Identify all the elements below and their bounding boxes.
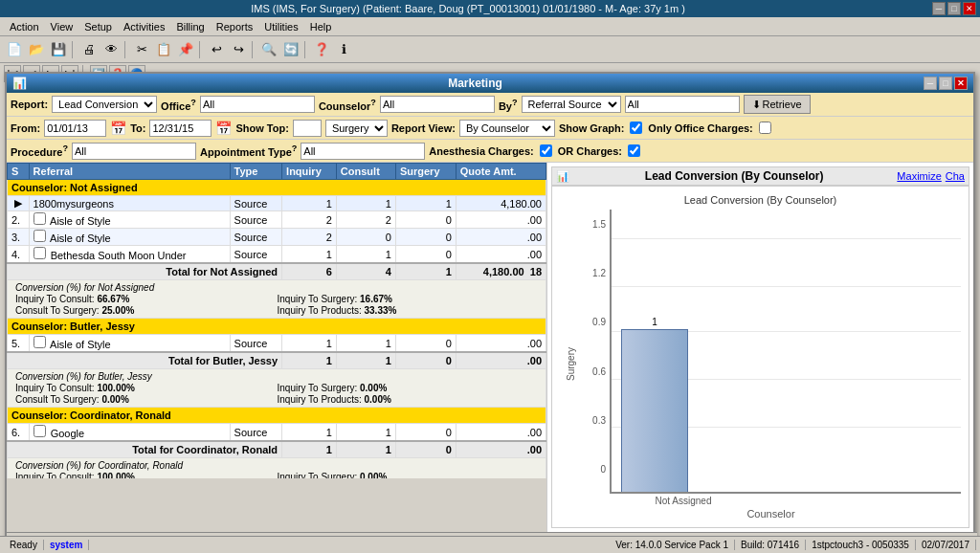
menu-action[interactable]: Action — [4, 20, 45, 33]
cell-num: 6. — [8, 424, 30, 442]
specialty-combo[interactable]: Surgery — [325, 120, 388, 137]
menu-setup[interactable]: Setup — [78, 20, 118, 33]
cell-referral: Bethesda South Moon Under — [29, 246, 230, 264]
procedure-input[interactable] — [72, 143, 196, 160]
y-label-0.6: 0.6 — [592, 366, 606, 377]
help-btn[interactable]: ❓ — [311, 39, 332, 60]
maximize-btn[interactable]: □ — [947, 2, 961, 15]
total-label-butler: Total for Butler, Jessy — [8, 352, 282, 369]
menu-view[interactable]: View — [45, 20, 79, 33]
anesthesia-checkbox[interactable] — [540, 144, 552, 157]
marketing-window: 📊 Marketing ─ □ ✕ Report: Lead Conversio… — [5, 72, 975, 541]
mkt-titlebar: 📊 Marketing ─ □ ✕ — [7, 74, 973, 93]
y-axis-title: Surgery — [566, 347, 576, 381]
cha-link[interactable]: Cha — [946, 170, 965, 182]
cell-quote: .00 — [456, 335, 546, 353]
total-inquiry: 6 — [282, 263, 337, 280]
cell-consult: 0 — [336, 229, 395, 246]
its-label: Inquiry To Surgery: — [278, 383, 358, 393]
cell-quote: .00 — [456, 211, 546, 229]
to-label: To: — [130, 122, 145, 134]
row-checkbox[interactable] — [33, 230, 46, 242]
open-btn[interactable]: 📂 — [26, 39, 47, 60]
retrieve-btn[interactable]: ⬇ Retrieve — [744, 95, 811, 114]
menu-help[interactable]: Help — [304, 20, 338, 33]
only-office-charges-checkbox[interactable] — [759, 122, 771, 134]
preview-btn[interactable]: 👁 — [100, 39, 122, 60]
menu-billing[interactable]: Billing — [170, 20, 210, 33]
report-combo[interactable]: Lead Conversion — [52, 96, 157, 113]
cell-consult: 1 — [336, 246, 395, 264]
show-top-input[interactable] — [293, 120, 322, 137]
about-btn[interactable]: ℹ — [333, 39, 354, 60]
by-combo[interactable]: Referral Source — [522, 96, 621, 113]
copy-btn[interactable]: 📋 — [153, 39, 174, 60]
itp-val: 0.00% — [364, 394, 390, 405]
mkt-maximize-btn[interactable]: □ — [939, 77, 952, 90]
cell-type: Source — [230, 229, 282, 246]
redo-btn[interactable]: ↪ — [228, 39, 249, 60]
table-row[interactable]: 3. Aisle of Style Source 2 0 0 .00 — [8, 229, 546, 246]
show-top-label: Show Top: — [235, 122, 288, 134]
conv-label: Conversion (%) for Coordinator, Ronald — [15, 460, 183, 471]
table-row[interactable]: ▶ 1800mysurgeons Source 1 1 1 4,180.00 — [8, 196, 546, 211]
col-quote-amt: Quote Amt. — [456, 164, 546, 180]
itc-val: 100.00% — [97, 472, 134, 478]
print-toolbar-btn[interactable]: 🖨 — [78, 39, 100, 60]
close-btn[interactable]: ✕ — [963, 2, 976, 15]
save-toolbar-btn[interactable]: 💾 — [48, 39, 69, 60]
cell-inquiry: 1 — [282, 424, 337, 442]
cell-quote: .00 — [456, 246, 546, 264]
from-calendar-icon[interactable]: 📅 — [110, 121, 126, 136]
counselor-input[interactable] — [380, 96, 495, 113]
or-charges-checkbox[interactable] — [628, 144, 640, 157]
report-view-combo[interactable]: By Counselor — [459, 120, 555, 137]
row-checkbox[interactable] — [33, 247, 46, 259]
total-row-not-assigned: Total for Not Assigned 6 4 1 4,180.00 18 — [8, 263, 546, 280]
from-input[interactable] — [44, 120, 106, 137]
cell-expand[interactable]: ▶ — [8, 196, 30, 211]
row-checkbox[interactable] — [33, 212, 46, 225]
appt-type-input[interactable] — [301, 143, 425, 160]
search-btn[interactable]: 🔍 — [258, 39, 279, 60]
paste-btn[interactable]: 📌 — [175, 39, 196, 60]
to-input[interactable] — [149, 120, 212, 137]
row-checkbox[interactable] — [33, 336, 46, 348]
y-label-1.2: 1.2 — [592, 268, 606, 278]
table-row[interactable]: 4. Bethesda South Moon Under Source 1 1 … — [8, 246, 546, 264]
chart-controls: Maximize Cha — [897, 170, 965, 182]
maximize-link[interactable]: Maximize — [897, 170, 941, 182]
minimize-btn[interactable]: ─ — [932, 2, 946, 15]
row-checkbox[interactable] — [33, 425, 46, 437]
x-axis-title: Counselor — [581, 508, 961, 520]
x-axis-labels: Not Assigned — [581, 496, 961, 506]
refresh-btn[interactable]: 🔄 — [280, 39, 301, 60]
office-input[interactable] — [200, 96, 315, 113]
by-right-input[interactable] — [625, 96, 740, 113]
col-s: S — [8, 164, 30, 180]
menu-activities[interactable]: Activities — [118, 20, 170, 33]
only-office-charges-label: Only Office Charges: — [648, 122, 752, 134]
conversion-row-coordinator: Conversion (%) for Coordinator, Ronald I… — [8, 458, 546, 479]
table-row[interactable]: 2. Aisle of Style Source 2 2 0 .00 — [8, 211, 546, 229]
menu-utilities[interactable]: Utilities — [258, 20, 303, 33]
to-calendar-icon[interactable]: 📅 — [215, 121, 232, 136]
itp-label: Inquiry To Products: — [278, 305, 362, 316]
chart-titlebar: 📊 Lead Conversion (By Counselor) Maximiz… — [551, 166, 969, 186]
undo-btn[interactable]: ↩ — [206, 39, 227, 60]
chart-container: Lead Conversion (By Counselor) Surgery — [551, 186, 969, 528]
menu-reports[interactable]: Reports — [211, 20, 259, 33]
show-graph-checkbox[interactable] — [630, 122, 642, 134]
table-row[interactable]: 6. Google Source 1 1 0 .00 — [8, 424, 546, 442]
mkt-minimize-btn[interactable]: ─ — [924, 77, 937, 90]
conv-label: Conversion (%) for Butler, Jessy — [15, 371, 152, 382]
cell-inquiry: 1 — [282, 246, 337, 264]
y-label-0.9: 0.9 — [592, 317, 606, 327]
itc-val: 100.00% — [97, 383, 134, 393]
mkt-close-btn[interactable]: ✕ — [954, 77, 968, 90]
cut-btn[interactable]: ✂ — [131, 39, 152, 60]
new-btn[interactable]: 📄 — [4, 39, 25, 60]
cell-consult: 2 — [336, 211, 395, 229]
cell-surgery: 0 — [395, 229, 456, 246]
table-row[interactable]: 5. Aisle of Style Source 1 1 0 .00 — [8, 335, 546, 353]
